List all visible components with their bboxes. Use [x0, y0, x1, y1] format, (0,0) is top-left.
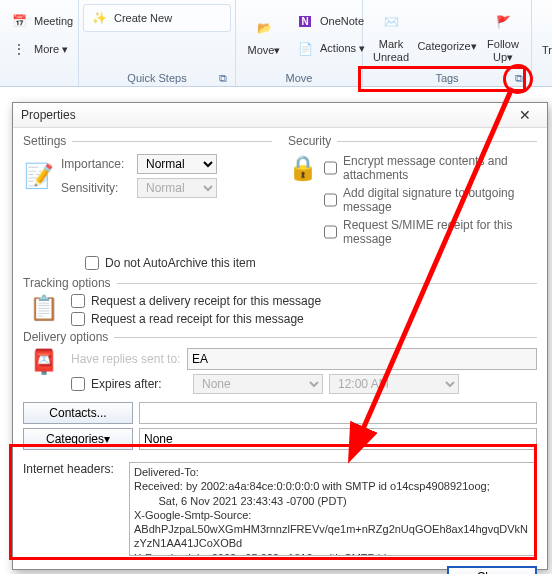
onenote-button[interactable]: N OneNote: [290, 9, 369, 35]
move-button[interactable]: 📂 Move▾: [240, 11, 288, 58]
more-label: More ▾: [34, 43, 68, 55]
gear-document-icon: 📄: [294, 38, 316, 60]
quicksteps-group-label: Quick Steps ⧉: [83, 70, 231, 86]
flag-icon: 🚩: [488, 7, 518, 37]
categorize-button[interactable]: Categorize▾: [417, 15, 477, 54]
mark-unread-label: Mark Unread: [373, 38, 409, 62]
translate-icon: aあ: [547, 13, 552, 43]
folder-move-icon: 📂: [249, 13, 279, 43]
envelope-icon: ✉️: [376, 7, 406, 37]
quicksteps-launcher-icon[interactable]: ⧉: [216, 72, 229, 85]
categorize-icon: [436, 17, 458, 39]
more-respond-button[interactable]: ⋮ More ▾: [4, 36, 72, 62]
create-new-quickstep[interactable]: ✨ Create New: [83, 4, 231, 32]
respond-group-label: [4, 70, 74, 86]
translate-label: Translat: [542, 44, 552, 56]
calendar-reply-icon: 📅: [8, 10, 30, 32]
translate-button[interactable]: aあ Translat: [536, 11, 552, 58]
tags-launcher-icon[interactable]: ⧉: [512, 72, 525, 85]
actions-button[interactable]: 📄 Actions ▾: [290, 36, 369, 62]
follow-up-button[interactable]: 🚩 Follow Up▾: [479, 5, 527, 64]
meeting-label: Meeting: [34, 15, 73, 27]
onenote-icon: N: [294, 11, 316, 33]
lightning-icon: ✨: [88, 7, 110, 29]
actions-label: Actions ▾: [320, 42, 365, 54]
move-label: Move▾: [248, 44, 281, 56]
categorize-label: Categorize▾: [417, 40, 476, 52]
meeting-button[interactable]: 📅 Meeting: [4, 8, 77, 34]
mark-unread-button[interactable]: ✉️ Mark Unread: [367, 5, 415, 64]
tags-group-label: Tags ⧉: [367, 70, 527, 86]
create-new-label: Create New: [114, 12, 172, 24]
more-icon: ⋮: [8, 38, 30, 60]
onenote-label: OneNote: [320, 15, 364, 27]
move-group-label: Move: [240, 70, 358, 86]
follow-up-label: Follow Up▾: [487, 38, 519, 62]
